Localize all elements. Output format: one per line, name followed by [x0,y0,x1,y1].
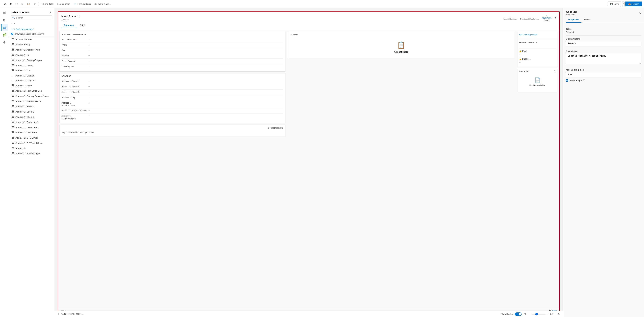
business-value: --- [519,60,556,64]
switch-classic-button[interactable]: Switch to classic [93,2,112,6]
display-name-input[interactable] [566,41,641,46]
form-header-expand-button[interactable]: ▾ [555,16,556,19]
list-item[interactable]: Address 1: Primary Contact Name [9,93,54,99]
svg-rect-54 [12,142,14,142]
list-item[interactable]: ●Address 1: Latitude [9,73,54,78]
save-button[interactable]: 💾 Save [608,1,622,6]
list-item[interactable]: Address 1: Street 3 [9,114,54,120]
undo-button[interactable]: ↺ [2,1,8,6]
right-panel-close-button[interactable]: ✕ [639,12,641,15]
field-street3: Address 1: Street 3 --- [62,90,283,95]
list-item[interactable]: Address 1: Country/Region [9,58,54,63]
tab-summary[interactable]: Summary [61,22,77,28]
field-ticker-symbol-value: --- [88,65,283,67]
form-settings-button[interactable]: 📄 Form settings [72,2,92,6]
list-item[interactable]: Address 1: Telephone 2 [9,120,54,125]
layers-icon-button[interactable]: ⊞ [1,17,8,23]
delete-button[interactable]: 🗑 [32,2,38,6]
tab-details[interactable]: Details [77,22,89,28]
svg-rect-49 [12,132,14,133]
svg-rect-13 [12,60,14,60]
new-table-column-button[interactable]: ＋ + New table column [9,26,54,32]
search-input[interactable] [16,16,50,19]
sidebar-filter-row: ⊿ ▾ [9,21,54,26]
tab-events[interactable]: Events [582,16,593,23]
toggle-track[interactable] [515,313,522,316]
sidebar-item-label: Address 1: State/Province [16,100,41,103]
right-panel-header: Account Main form ✕ [563,8,644,16]
list-item[interactable]: Address 1: Name [9,83,54,88]
timeline-title: Timeline [290,33,512,36]
description-textarea[interactable]: Updated default Account form. [566,53,641,64]
sidebar-close-button[interactable]: ✕ [49,11,52,14]
show-unused-label: Show only unused table columns [14,33,44,35]
svg-rect-17 [12,66,14,66]
list-item[interactable]: Address 1: Address Type [9,47,54,52]
form-header: New Account Account ··· Annual Revenue ·… [58,12,559,30]
svg-rect-2 [12,39,14,40]
form-header-top: New Account Account ··· Annual Revenue ·… [61,14,556,21]
desktop-label[interactable]: Desktop (1920 x 1080) ▾ [61,313,83,315]
svg-rect-1 [12,39,14,39]
zoom-slider[interactable] [532,314,546,315]
list-item[interactable]: Address 1: County [9,63,54,68]
show-hidden-toggle[interactable] [515,313,522,316]
svg-rect-34 [12,106,14,107]
columns-icon-button[interactable]: ▤ [1,24,8,31]
list-item[interactable]: Address 1: Street 1 [9,104,54,109]
cut-button[interactable]: ✂ [14,1,20,6]
paste-button[interactable]: 📋 [25,2,32,6]
publish-button[interactable]: 📤 Publish [625,1,642,6]
svg-rect-20 [12,71,14,71]
list-item[interactable]: Address 2 [9,146,54,151]
business-row: 🔒 Business --- [519,58,556,64]
show-unused-checkbox[interactable] [11,33,13,35]
column-type-icon [12,59,14,62]
zoom-minus-button[interactable]: − [528,313,531,316]
save-dropdown-button[interactable]: ▾ [622,1,624,6]
tree-icon-button[interactable]: 🌿 [1,32,8,38]
list-item[interactable]: Address 1: Fax [9,68,54,73]
zoom-plus-button[interactable]: + [546,313,549,316]
svg-rect-12 [12,59,14,59]
map-section: ◈ Get Directions Map is disabled for thi… [59,125,286,136]
error-loading-text[interactable]: Error loading control [519,33,556,36]
contacts-empty-icon: 📄 [534,77,540,83]
svg-rect-9 [12,54,14,54]
svg-rect-47 [12,128,14,128]
svg-rect-43 [12,122,14,122]
svg-rect-50 [12,133,14,133]
redo-button[interactable]: ↻ [8,1,14,6]
list-item[interactable]: ●Address 1: Longitude [9,78,54,83]
menu-icon-button[interactable]: ☰ [1,9,8,16]
toggle-off-label: Off [524,313,526,315]
get-directions-button[interactable]: ◈ Get Directions [62,127,283,129]
list-item[interactable]: Address 1: Street 2 [9,109,54,114]
primary-contact-title: Primary Contact [519,41,556,43]
svg-rect-18 [12,69,14,70]
show-image-checkbox[interactable] [566,79,568,82]
list-item[interactable]: Address 1: Post Office Box [9,88,54,93]
add-component-button[interactable]: + Component [55,2,72,6]
list-item[interactable]: Address 1: State/Province [9,99,54,104]
list-item[interactable]: Address 1: Telephone 3 [9,125,54,130]
list-item[interactable]: Address 1: UPS Zone [9,130,54,135]
max-width-input[interactable] [566,72,641,77]
field-country-label: Address 1:Country/Region [62,115,88,120]
filter-icon: ⊿ [11,22,13,25]
zoom-fit-button[interactable]: ⊕ [558,313,560,316]
copy-button[interactable]: ⧉ [20,1,25,6]
list-item[interactable]: Account Number [9,37,54,42]
sidebar-item-label: Address 1: ZIP/Postal Code [16,142,42,144]
contacts-more-button[interactable]: ⋮ [554,70,556,73]
settings-icon-button[interactable]: ⚙ [1,39,8,46]
tab-properties[interactable]: Properties [566,16,582,23]
list-item[interactable]: Account Rating [9,42,54,47]
svg-rect-6 [12,48,14,49]
add-form-field-button[interactable]: + Form field [40,2,55,6]
list-item[interactable]: Address 1: ZIP/Postal Code [9,140,54,146]
list-item[interactable]: Address 1: City [9,52,54,58]
svg-rect-30 [12,100,14,101]
list-item[interactable]: Address 2: Address Type [9,151,54,156]
list-item[interactable]: Address 1: UTC Offset [9,135,54,140]
